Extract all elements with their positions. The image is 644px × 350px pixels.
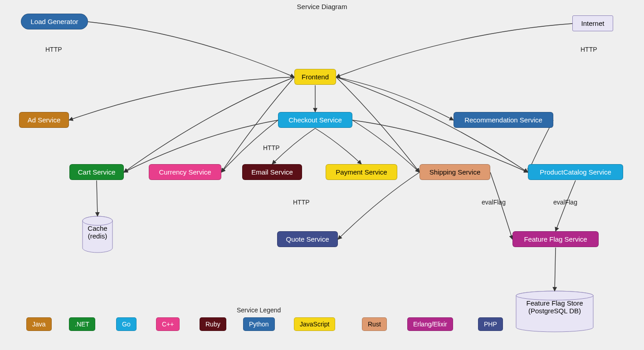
legend-python: Python (243, 317, 275, 331)
db-label-ffstore: Feature Flag Store(PostgreSQL DB) (516, 299, 593, 315)
diagram-title: Service Diagram (0, 3, 644, 10)
edge-frontend-recommend (336, 77, 454, 120)
edge-label-eval1: evalFlag (482, 199, 506, 206)
edge-shipping-featureflag (490, 172, 512, 239)
legend-title: Service Legend (237, 306, 281, 314)
edge-label-http1: HTTP (45, 46, 62, 53)
legend-erlang: Erlang/Elixir (407, 317, 453, 331)
legend-javascript: JavaScript (294, 317, 335, 331)
edge-label-eval2: evalFlag (553, 199, 577, 206)
svg-point-1 (516, 291, 593, 300)
edge-frontend-ad (69, 77, 294, 120)
edge-loadgen-frontend (88, 22, 294, 77)
node-internet: Internet (572, 15, 613, 31)
db-label-cache: Cache(redis) (83, 224, 112, 240)
legend-rust: Rust (362, 317, 387, 331)
node-email: Email Service (242, 164, 302, 180)
svg-point-0 (83, 216, 112, 225)
edge-internet-frontend (336, 24, 572, 77)
node-recommend: Recommendation Service (454, 112, 553, 128)
node-checkout: Checkout Service (278, 112, 352, 128)
node-frontend: Frontend (294, 69, 336, 85)
edge-checkout-payment (315, 128, 361, 164)
edge-shipping-quote (338, 172, 420, 239)
legend-cpp: C++ (156, 317, 180, 331)
edge-label-http2: HTTP (581, 46, 597, 53)
node-catalog: ProductCatalog Service (528, 164, 623, 180)
node-currency: Currency Service (149, 164, 221, 180)
legend-dotnet: .NET (69, 317, 95, 331)
legend-java: Java (26, 317, 52, 331)
edge-catalog-featureflag (556, 180, 576, 231)
legend-go: Go (116, 317, 137, 331)
edge-featureflag-ffstore (555, 248, 556, 291)
node-loadgen: Load Generator (21, 14, 88, 29)
node-payment: Payment Service (326, 164, 397, 180)
edge-label-http4: HTTP (293, 199, 310, 206)
legend-ruby: Ruby (200, 317, 226, 331)
legend-php: PHP (478, 317, 503, 331)
node-featureflag: Feature Flag Service (512, 231, 599, 247)
node-cart: Cart Service (69, 164, 124, 180)
node-shipping: Shipping Service (420, 164, 490, 180)
edge-cart-cache (97, 180, 98, 216)
edge-label-http3: HTTP (263, 144, 280, 151)
edge-frontend-cart (124, 77, 294, 172)
node-quote: Quote Service (277, 231, 338, 247)
node-ad: Ad Service (19, 112, 69, 128)
